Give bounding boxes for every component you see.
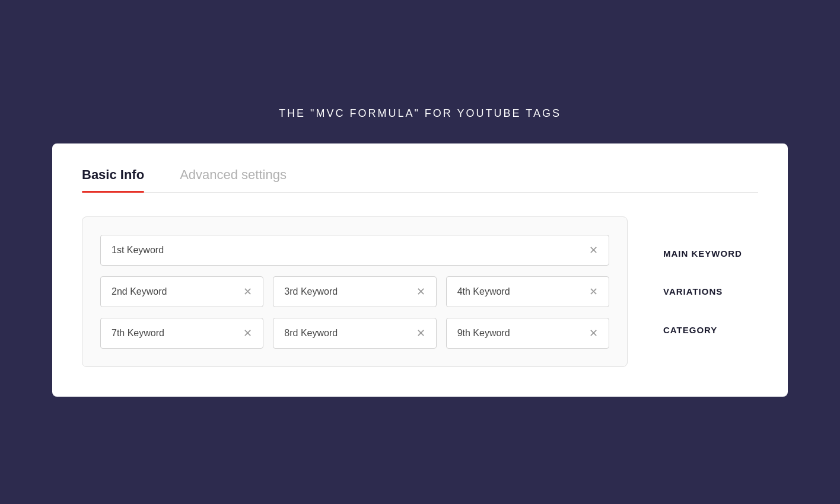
tab-basic-info[interactable]: Basic Info (82, 167, 144, 192)
labels-column: MAIN KEYWORD VARIATIONS CATEGORY (663, 216, 758, 367)
tab-advanced-settings[interactable]: Advanced settings (180, 167, 287, 192)
keyword-tag-9[interactable]: 9th Keyword ✕ (446, 318, 609, 349)
keyword-tag-1[interactable]: 1st Keyword ✕ (100, 235, 609, 266)
keyword-tag-8[interactable]: 8rd Keyword ✕ (273, 318, 436, 349)
keyword-tag-8-close[interactable]: ✕ (416, 327, 425, 340)
keyword-tag-2[interactable]: 2nd Keyword ✕ (100, 276, 263, 307)
keywords-container: 1st Keyword ✕ 2nd Keyword ✕ 3rd Keyword … (82, 216, 628, 367)
label-main-keyword: MAIN KEYWORD (663, 248, 758, 259)
keyword-tag-3[interactable]: 3rd Keyword ✕ (273, 276, 436, 307)
keyword-tag-4-close[interactable]: ✕ (589, 285, 598, 298)
keyword-tag-8-label: 8rd Keyword (284, 328, 338, 339)
keyword-tag-2-close[interactable]: ✕ (243, 285, 252, 298)
tab-bar: Basic Info Advanced settings (82, 167, 758, 193)
keyword-tag-1-close[interactable]: ✕ (589, 244, 598, 257)
keyword-tag-3-close[interactable]: ✕ (416, 285, 425, 298)
keyword-tag-9-close[interactable]: ✕ (589, 327, 598, 340)
content-area: 1st Keyword ✕ 2nd Keyword ✕ 3rd Keyword … (82, 216, 758, 367)
variations-row: 2nd Keyword ✕ 3rd Keyword ✕ 4th Keyword … (100, 276, 609, 307)
label-variations: VARIATIONS (663, 286, 758, 296)
page-title: THE "MVC FORMULA" FOR YOUTUBE TAGS (279, 107, 561, 120)
main-card: Basic Info Advanced settings 1st Keyword… (52, 143, 788, 397)
keyword-tag-9-label: 9th Keyword (457, 328, 510, 339)
keyword-tag-3-label: 3rd Keyword (284, 286, 338, 297)
keyword-tag-7-close[interactable]: ✕ (243, 327, 252, 340)
keyword-tag-2-label: 2nd Keyword (112, 286, 167, 297)
label-category: CATEGORY (663, 325, 758, 335)
keyword-tag-4[interactable]: 4th Keyword ✕ (446, 276, 609, 307)
keyword-tag-1-label: 1st Keyword (112, 245, 164, 256)
keyword-tag-4-label: 4th Keyword (457, 286, 510, 297)
category-row: 7th Keyword ✕ 8rd Keyword ✕ 9th Keyword … (100, 318, 609, 349)
keyword-tag-7[interactable]: 7th Keyword ✕ (100, 318, 263, 349)
keyword-tag-7-label: 7th Keyword (112, 328, 164, 339)
main-keyword-row: 1st Keyword ✕ (100, 235, 609, 266)
